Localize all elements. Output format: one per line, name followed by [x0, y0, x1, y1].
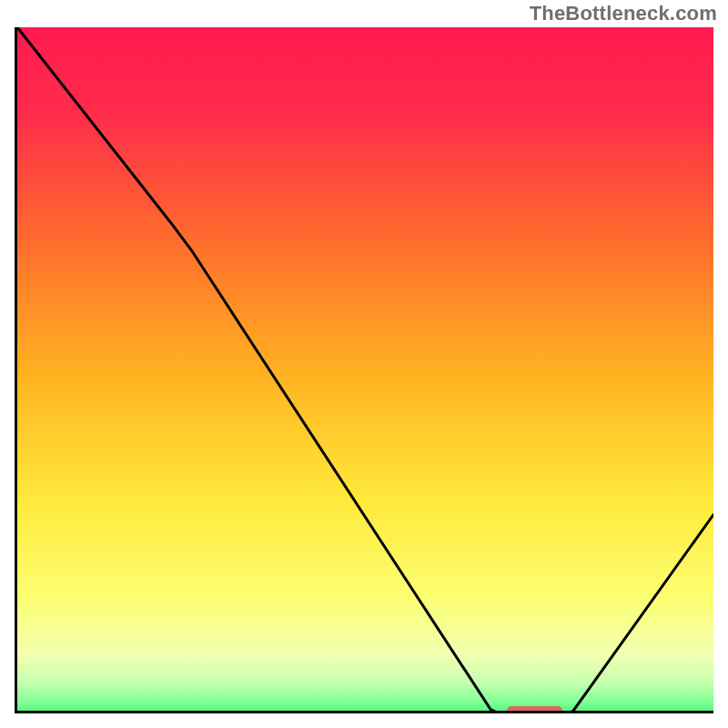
chart-background-gradient: [17, 27, 713, 713]
chart-plot-area: [15, 27, 713, 713]
chart-stage: TheBottleneck.com: [0, 0, 728, 728]
optimum-marker: [507, 706, 562, 713]
svg-rect-0: [17, 27, 713, 713]
watermark-text: TheBottleneck.com: [530, 2, 717, 25]
